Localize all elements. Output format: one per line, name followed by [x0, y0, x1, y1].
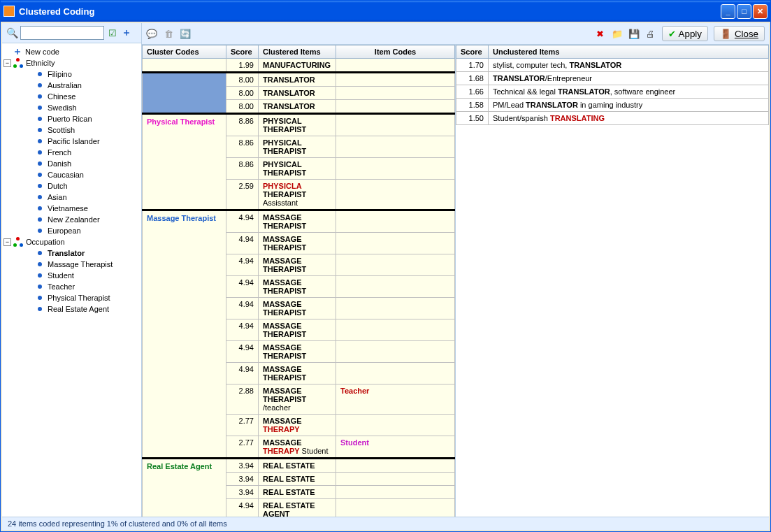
item-code-cell	[336, 114, 455, 136]
tree-item[interactable]: Swedish	[2, 102, 141, 113]
col-clustered-items[interactable]: Clustered Items	[259, 45, 336, 59]
speech-icon[interactable]: 💬	[146, 28, 157, 39]
table-row[interactable]: Physical Therapist8.86PHYSICAL THERAPIST	[143, 114, 455, 136]
item-cell: PHYSICAL THERAPIST	[259, 158, 336, 180]
folder-icon[interactable]: 📁	[612, 28, 623, 39]
apply-button[interactable]: ✔Apply	[662, 26, 708, 41]
close-button[interactable]: 🚪Close	[714, 26, 765, 41]
item-cell: TRANSLATOR	[259, 100, 336, 114]
col-unclustered[interactable]: Unclustered Items	[489, 45, 769, 59]
tree-item[interactable]: Teacher	[2, 281, 141, 292]
tree-item[interactable]: −Occupation	[2, 236, 141, 247]
cluster-code-cell[interactable]: Massage Therapist	[143, 210, 226, 459]
col-cluster-codes[interactable]: Cluster Codes	[143, 45, 226, 59]
tree-item[interactable]: French	[2, 147, 141, 158]
item-cell: MASSAGE THERAPY Student	[259, 436, 336, 459]
item-cell: MASSAGE THERAPIST	[259, 233, 336, 254]
score-cell: 3.94	[226, 473, 259, 486]
collapse-icon[interactable]: −	[3, 59, 11, 67]
table-row[interactable]: Real Estate Agent3.94REAL ESTATE	[143, 459, 455, 473]
tree-item[interactable]: Danish	[2, 158, 141, 169]
bullet-icon	[35, 215, 45, 224]
item-cell: MASSAGE THERAPIST	[259, 210, 336, 233]
apply-label: Apply	[679, 29, 702, 39]
cluster-code-cell[interactable]: Physical Therapist	[143, 114, 226, 210]
score-cell: 1.70	[456, 59, 489, 72]
tree-item[interactable]: Scottish	[2, 124, 141, 136]
item-code-cell	[336, 180, 455, 210]
col-item-codes[interactable]: Item Codes	[336, 45, 455, 59]
table-row[interactable]: 1.99MANUFACTURING	[143, 59, 455, 73]
tree-item[interactable]: European	[2, 225, 141, 236]
table-row[interactable]: 1.50Student/spanish TRANSLATING	[456, 112, 769, 125]
bullet-icon	[35, 259, 45, 269]
col-score-right[interactable]: Score	[456, 45, 489, 59]
bullet-icon	[35, 114, 45, 124]
tree-item[interactable]: Australian	[2, 80, 141, 91]
cluster-code-cell[interactable]: Real Estate Agent	[143, 459, 226, 517]
delete-icon[interactable]: 🗑	[163, 28, 174, 39]
item-cell: TRANSLATOR/Entrepreneur	[489, 72, 769, 85]
item-code-cell	[336, 136, 455, 158]
table-row[interactable]: Massage Therapist4.94MASSAGE THERAPIST	[143, 210, 455, 233]
tree-item[interactable]: Massage Therapist	[2, 259, 141, 270]
search-input[interactable]	[20, 26, 104, 40]
tree-item[interactable]: Student	[2, 270, 141, 281]
table-row[interactable]: 1.68TRANSLATOR/Entrepreneur	[456, 72, 769, 85]
score-cell: 4.94	[226, 254, 259, 276]
tree-item[interactable]: −Ethnicity	[2, 57, 141, 69]
bullet-icon	[35, 304, 45, 314]
item-cell: MASSAGE THERAPIST	[259, 276, 336, 298]
score-cell: 8.86	[226, 114, 259, 136]
tree-item[interactable]: Caucasian	[2, 169, 141, 180]
score-cell: 4.94	[226, 499, 259, 517]
refresh-icon[interactable]: 🔄	[180, 28, 191, 39]
titlebar[interactable]: Clustered Coding _ □ ✕	[1, 1, 770, 22]
tree-item[interactable]: Puerto Rican	[2, 113, 141, 124]
checklist-icon[interactable]: ☑	[107, 27, 118, 38]
tree-item[interactable]: Physical Therapist	[2, 292, 141, 303]
cluster-code-cell[interactable]	[143, 73, 226, 114]
unclustered-grid[interactable]: Score Unclustered Items 1.70stylist, com…	[455, 45, 769, 517]
table-row[interactable]: 8.00TRANSLATOR	[143, 73, 455, 87]
bullet-icon	[35, 92, 45, 101]
tree-item[interactable]: Dutch	[2, 180, 141, 192]
table-row[interactable]: 1.58PM/Lead TRANSLATOR in gaming industr…	[456, 99, 769, 112]
item-cell: TRANSLATOR	[259, 87, 336, 100]
tree-item[interactable]: New Zealander	[2, 214, 141, 225]
maximize-button[interactable]: □	[737, 4, 751, 19]
remove-icon[interactable]: ✖	[595, 28, 606, 39]
item-cell: Technical && legal TRANSLATOR, software …	[489, 85, 769, 99]
tree-item[interactable]: Pacific Islander	[2, 136, 141, 147]
score-cell: 4.94	[226, 210, 259, 233]
score-cell: 8.86	[226, 158, 259, 180]
close-window-button[interactable]: ✕	[753, 4, 768, 19]
codes-icon	[13, 237, 23, 247]
score-cell: 2.59	[226, 180, 259, 210]
item-cell: MASSAGE THERAPIST /teacher	[259, 384, 336, 415]
plus-icon: ＋	[13, 47, 22, 57]
tree-item[interactable]: Vietnamese	[2, 203, 141, 214]
score-cell: 4.94	[226, 363, 259, 384]
save-icon[interactable]: 💾	[628, 28, 640, 39]
clustered-grid[interactable]: Cluster Codes Score Clustered Items Item…	[142, 45, 455, 517]
table-row[interactable]: 1.66Technical && legal TRANSLATOR, softw…	[456, 85, 769, 99]
table-row[interactable]: 1.70stylist, computer tech, TRANSLATOR	[456, 59, 769, 72]
tree-item[interactable]: ＋New code	[2, 46, 141, 57]
print-icon[interactable]: 🖨	[645, 28, 656, 39]
code-tree[interactable]: ＋New code−EthnicityFilipinoAustralianChi…	[2, 43, 142, 317]
tree-item[interactable]: Asian	[2, 192, 141, 203]
tree-item[interactable]: Filipino	[2, 69, 141, 80]
item-cell: PHYSICAL THERAPIST	[259, 114, 336, 136]
item-code-cell	[336, 473, 455, 486]
tree-item[interactable]: Chinese	[2, 91, 141, 102]
tree-item[interactable]: Translator	[2, 247, 141, 259]
item-cell: REAL ESTATE AGENT	[259, 499, 336, 517]
tree-toolbar: 🔍 ☑ ＋	[2, 23, 141, 43]
collapse-icon[interactable]: −	[3, 238, 11, 246]
cluster-code-cell[interactable]	[143, 59, 226, 73]
add-icon[interactable]: ＋	[121, 27, 132, 38]
col-score[interactable]: Score	[226, 45, 259, 59]
minimize-button[interactable]: _	[721, 4, 735, 19]
tree-item[interactable]: Real Estate Agent	[2, 303, 141, 315]
